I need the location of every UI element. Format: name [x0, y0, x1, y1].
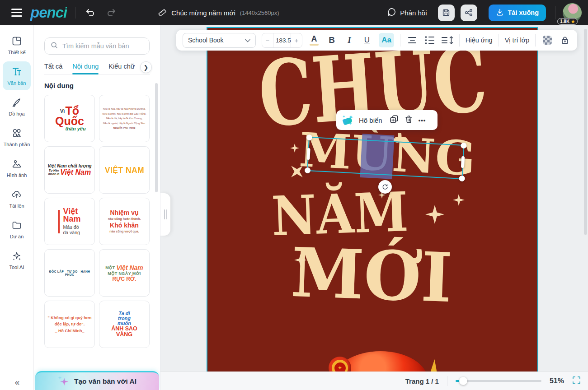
share-button[interactable] [461, 5, 477, 21]
canvas-area[interactable]: CHÚC MỪNG NĂM MỚI ✦ School Book − + A B … [160, 25, 588, 371]
penci-logo[interactable]: penci [30, 4, 67, 21]
effects-button[interactable]: Hiệu ứng [466, 37, 493, 44]
sidebar-item-van-ban[interactable]: Văn bản [3, 61, 31, 90]
more-options-icon[interactable]: ••• [419, 117, 426, 124]
decrease-font-size-button[interactable]: − [262, 37, 273, 44]
canvas-word-moi[interactable]: MỚI [290, 238, 453, 311]
ruler-icon [158, 7, 167, 18]
text-template-card[interactable]: Ta đi trong muôn ÁNH SAO VÀNG [99, 301, 150, 348]
divider [400, 34, 400, 46]
text-format-toolbar: School Book − + A B I U Aa Hiệu ứng Vị t [176, 30, 577, 51]
download-button[interactable]: Tải xuống [489, 5, 546, 21]
divider [499, 34, 499, 46]
current-color-swatch [310, 44, 319, 46]
search-input[interactable] [62, 42, 139, 50]
text-case-button[interactable]: Aa [379, 33, 394, 47]
zoom-slider[interactable] [456, 377, 541, 385]
fullscreen-icon[interactable] [572, 376, 581, 386]
sidebar-item-tai-len[interactable]: Tải lên [3, 184, 31, 213]
rotate-handle[interactable] [378, 180, 392, 194]
sidebar-item-do-hoa[interactable]: Đồ họa [3, 92, 31, 121]
feedback-button[interactable]: Phản hồi [387, 7, 427, 18]
template-tabs: Tất cả Nội dung Kiểu chữ P ❯ [44, 63, 150, 74]
increase-font-size-button[interactable]: + [291, 37, 302, 44]
create-text-with-ai-button[interactable]: Tạo văn bản với AI [35, 371, 159, 390]
delete-icon[interactable] [404, 115, 414, 126]
red-bar [58, 210, 60, 233]
sparkles-icon [11, 251, 22, 263]
search-box[interactable] [44, 37, 150, 55]
text-template-card[interactable]: ĐỘC LẬP - TỰ DO - HẠNH PHÚC [44, 249, 95, 297]
align-center-icon[interactable] [406, 33, 418, 47]
upload-icon [11, 189, 22, 202]
section-title: Nội dung [44, 82, 160, 89]
bottom-bar: Trang 1 / 1 51% [160, 371, 588, 390]
left-rail: Thiết kế Văn bản Đồ họa Thành phần Hình … [0, 25, 34, 390]
collapse-sidebar-button[interactable]: « [15, 377, 19, 387]
text-template-card[interactable]: VIỆT NAM [99, 146, 150, 194]
redo-icon[interactable] [104, 6, 118, 19]
font-size-stepper: − + [262, 33, 302, 48]
font-color-button[interactable]: A [308, 33, 320, 47]
text-template-card[interactable]: Nếu là hoa, hãy là hoa Hướng Dương, Nếu … [99, 95, 150, 142]
text-template-card[interactable]: Nhiệm vụ nào cũng hoàn thành. Khó khăn n… [99, 198, 150, 245]
panel-collapse-handle[interactable] [160, 193, 170, 236]
font-size-input[interactable] [273, 33, 291, 47]
chevron-down-icon [245, 36, 250, 44]
credits-badge[interactable]: 1.8K★ [557, 18, 578, 25]
brush-icon [11, 97, 22, 110]
top-bar: penci Chúc mừng năm mới (1440x2560px) Ph… [0, 0, 588, 25]
search-icon [50, 41, 58, 51]
panel-scrollbar[interactable] [155, 83, 158, 192]
line-spacing-icon[interactable] [442, 33, 453, 47]
text-template-card[interactable]: MỘTViệt Nam MỘT NGÀY MỚI RỰC RỠ. [99, 249, 150, 297]
chevron-right-icon[interactable]: ❯ [140, 61, 152, 73]
duplicate-icon[interactable] [389, 114, 399, 126]
transparency-icon[interactable] [541, 33, 553, 47]
sparkle-decoration [425, 205, 444, 224]
download-icon [496, 8, 504, 18]
lock-icon[interactable] [559, 33, 571, 47]
magic-button-label[interactable]: Hô biến [359, 116, 382, 124]
page-indicator[interactable]: Trang 1 / 1 [405, 377, 439, 385]
gold-leaf-ornament [430, 359, 438, 371]
resize-handle-left[interactable] [306, 148, 310, 160]
document-title[interactable]: Chúc mừng năm mới [171, 9, 235, 17]
menu-icon[interactable] [11, 9, 22, 17]
underline-button[interactable]: U [361, 33, 373, 47]
divider [75, 7, 75, 19]
zoom-slider-knob[interactable] [459, 377, 467, 385]
tab-noi-dung[interactable]: Nội dung [72, 63, 99, 70]
object-toolbar: Hô biến ••• [336, 110, 437, 130]
save-button[interactable] [438, 5, 455, 21]
template-cards-grid: VìTổ Quốc thân yêu Nếu là hoa, hãy là ho… [44, 95, 160, 348]
tab-kieu-chu[interactable]: Kiểu chữ [108, 63, 135, 70]
sidebar-item-thiet-ke[interactable]: Thiết kế [3, 31, 31, 60]
divider [535, 34, 536, 46]
window-scrollbar[interactable] [584, 29, 587, 235]
sidebar-item-hinh-anh[interactable]: Hình ảnh [3, 153, 31, 182]
tab-tat-ca[interactable]: Tất cả [44, 63, 62, 70]
design-page[interactable]: CHÚC MỪNG NĂM MỚI ✦ [207, 27, 538, 371]
text-template-card[interactable]: Việt Nam chất lượng Tự Hàomade in Việt N… [44, 146, 95, 194]
text-template-card[interactable]: VìTổ Quốc thân yêu [44, 95, 95, 142]
text-template-card[interactable]: " Không có gì quý hơn độc lập, tự do". _… [44, 301, 95, 348]
sidebar-item-tool-ai[interactable]: Tool AI [3, 246, 31, 274]
resize-handle-right[interactable] [461, 156, 465, 168]
sparkle-decoration [453, 194, 465, 206]
divider [459, 34, 460, 46]
magic-wand-icon[interactable] [342, 114, 354, 126]
undo-icon[interactable] [84, 6, 97, 19]
font-family-select[interactable]: School Book [183, 33, 256, 48]
bullet-list-icon[interactable] [424, 33, 436, 47]
image-icon [11, 158, 22, 171]
sidebar-item-du-an[interactable]: Dự án [3, 215, 31, 244]
chat-icon [387, 7, 396, 18]
text-template-card[interactable]: Việt Nam Máu đỏda vàng [44, 198, 95, 245]
ai-sparkle-icon [58, 376, 69, 387]
layer-position-button[interactable]: Vị trí lớp [505, 37, 530, 44]
resize-handle-top-left[interactable] [306, 135, 313, 141]
bold-button[interactable]: B [326, 33, 338, 47]
italic-button[interactable]: I [343, 33, 355, 47]
sidebar-item-thanh-phan[interactable]: Thành phần [3, 123, 31, 152]
